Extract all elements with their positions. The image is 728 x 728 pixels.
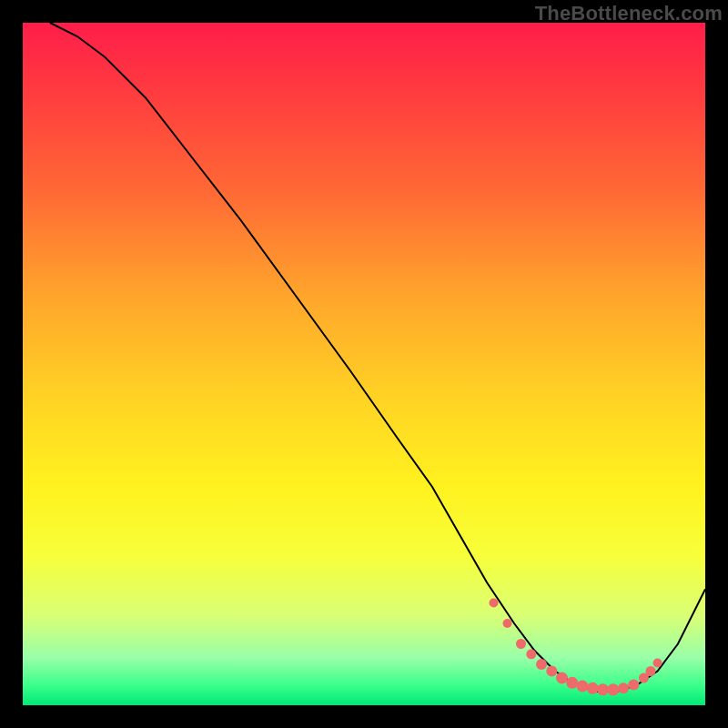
optimal-dot: [526, 649, 536, 659]
optimal-dot: [587, 682, 599, 694]
plot-area: [23, 23, 705, 705]
attribution-watermark: TheBottleneck.com: [535, 2, 723, 25]
optimal-dot: [597, 683, 609, 695]
chart-frame: TheBottleneck.com: [0, 0, 728, 728]
optimal-dot: [577, 681, 589, 693]
optimal-dot: [607, 683, 619, 695]
optimal-dot: [516, 639, 526, 649]
optimal-markers: [490, 599, 662, 696]
optimal-dot: [653, 659, 662, 668]
optimal-dot: [556, 672, 568, 684]
chart-svg: [23, 23, 705, 705]
bottleneck-curve: [50, 23, 705, 692]
optimal-dot: [566, 677, 578, 689]
optimal-dot: [536, 659, 547, 670]
optimal-dot: [618, 682, 629, 693]
optimal-dot: [490, 599, 499, 608]
optimal-dot: [628, 680, 639, 691]
optimal-dot: [646, 666, 656, 676]
optimal-dot: [546, 666, 557, 677]
optimal-dot: [503, 619, 512, 628]
